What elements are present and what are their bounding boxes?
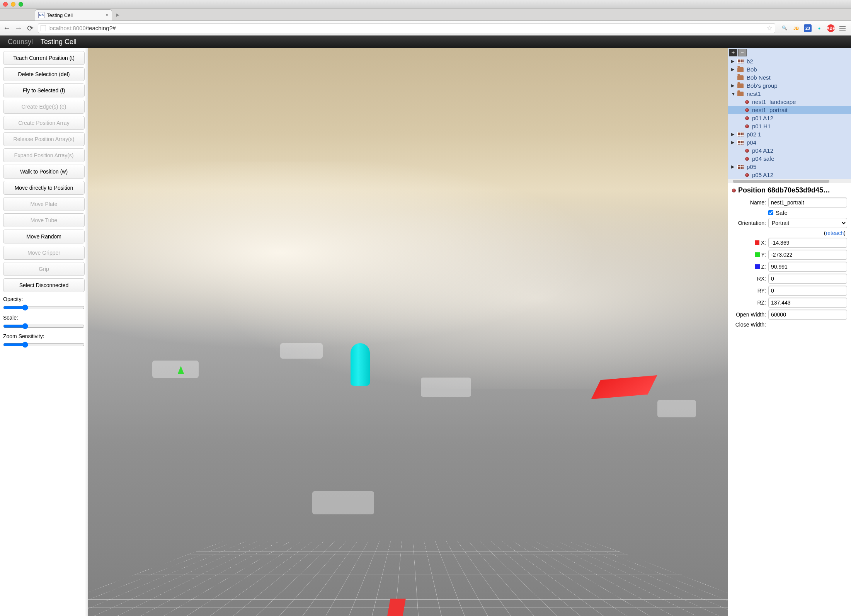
bookmark-icon[interactable]: ☆ xyxy=(766,24,773,32)
y-input[interactable] xyxy=(768,250,847,260)
add-folder-button[interactable]: ＋ xyxy=(729,49,737,56)
tree-item[interactable]: ▶b2 xyxy=(728,57,851,65)
tree-item[interactable]: ▶Bob's group xyxy=(728,82,851,90)
menu-icon[interactable] xyxy=(839,25,846,31)
url-text: localhost:8000/teaching?# xyxy=(48,25,764,31)
grid-icon xyxy=(737,59,744,63)
zoom-window-icon[interactable] xyxy=(19,2,23,7)
ry-input[interactable] xyxy=(768,286,847,296)
orientation-select[interactable]: Portrait xyxy=(768,218,847,228)
calendar-extension-icon[interactable]: 23 xyxy=(804,24,812,32)
zoom-slider[interactable] xyxy=(3,342,85,348)
orientation-label: Orientation: xyxy=(732,220,766,226)
expand-position-array-s--button[interactable]: Expand Position Array(s) xyxy=(3,148,85,162)
move-gripper-button[interactable]: Move Gripper xyxy=(3,246,85,260)
move-random-button[interactable]: Move Random xyxy=(3,230,85,243)
tree-item[interactable]: ▶p02 1 xyxy=(728,130,851,138)
opacity-slider[interactable] xyxy=(3,305,85,311)
forward-button[interactable]: → xyxy=(15,24,22,32)
walk-to-position-w--button[interactable]: Walk to Position (w) xyxy=(3,165,85,179)
tab-strip: Nb Testing Cell × ▸ xyxy=(0,9,851,21)
tree-item[interactable]: ▶p05 xyxy=(728,163,851,171)
favicon-icon: Nb xyxy=(38,12,44,18)
properties-title: Position 68db70e53d9d45… xyxy=(738,186,830,194)
move-plate-button[interactable]: Move Plate xyxy=(3,197,85,211)
tree-item[interactable]: p01 A12 xyxy=(728,114,851,122)
tree-item-label: b2 xyxy=(747,58,753,65)
reteach-link[interactable]: reteach xyxy=(826,230,844,236)
jb-extension-icon[interactable]: JB xyxy=(792,24,800,32)
rz-input[interactable] xyxy=(768,298,847,308)
tree-item[interactable]: p05 A12 xyxy=(728,171,851,179)
tree-item-label: nest1_portrait xyxy=(752,107,788,113)
reload-button[interactable]: ⟳ xyxy=(26,24,34,33)
fly-to-selected-f--button[interactable]: Fly to Selected (f) xyxy=(3,83,85,97)
select-disconnected-button[interactable]: Select Disconnected xyxy=(3,278,85,292)
close-window-icon[interactable] xyxy=(3,2,8,7)
point-icon xyxy=(745,157,749,161)
tree-item[interactable]: nest1_landscape xyxy=(728,98,851,106)
close-tab-icon[interactable]: × xyxy=(106,12,109,18)
back-button[interactable]: ← xyxy=(3,24,11,32)
disclosure-arrow-icon[interactable]: ▶ xyxy=(731,132,736,137)
move-directly-to-position-button[interactable]: Move directly to Position xyxy=(3,181,85,195)
tree-item-label: nest1 xyxy=(747,90,761,97)
delete-selection-del--button[interactable]: Delete Selection (del) xyxy=(3,67,85,81)
z-swatch-icon xyxy=(755,264,760,269)
minimize-window-icon[interactable] xyxy=(11,2,15,7)
x-swatch-icon xyxy=(755,240,759,245)
point-icon xyxy=(745,124,749,128)
create-edge-s-e--button[interactable]: Create Edge(s) (e) xyxy=(3,100,85,114)
release-position-array-s--button[interactable]: Release Position Array(s) xyxy=(3,132,85,146)
properties-panel: Position 68db70e53d9d45… Name: Safe Orie… xyxy=(728,183,851,616)
x-input[interactable] xyxy=(768,238,847,248)
tree-item-label: p02 1 xyxy=(747,131,761,138)
url-bar: ← → ⟳ localhost:8000/teaching?# ☆ 🔍 JB 2… xyxy=(0,21,851,36)
scale-slider[interactable] xyxy=(3,323,85,329)
rx-input[interactable] xyxy=(768,274,847,284)
page-icon xyxy=(41,25,46,31)
folder-icon xyxy=(737,92,744,96)
move-tube-button[interactable]: Move Tube xyxy=(3,213,85,227)
grip-button[interactable]: Grip xyxy=(3,262,85,276)
tree-item[interactable]: ▶p04 xyxy=(728,138,851,146)
disclosure-arrow-icon[interactable]: ▶ xyxy=(731,140,736,145)
tree-scrollbar[interactable] xyxy=(728,179,851,183)
extension-icons: 🔍 JB 23 ● ABP xyxy=(779,24,848,32)
create-position-array-button[interactable]: Create Position Array xyxy=(3,116,85,130)
disclosure-arrow-icon[interactable]: ▼ xyxy=(731,92,736,96)
scale-label: Scale: xyxy=(3,315,85,321)
disclosure-arrow-icon[interactable]: ▶ xyxy=(731,59,736,64)
teal-extension-icon[interactable]: ● xyxy=(815,24,823,32)
tree-item[interactable]: p04 A12 xyxy=(728,146,851,155)
tree-item[interactable]: p01 H1 xyxy=(728,122,851,130)
tree-item[interactable]: ▶Bob xyxy=(728,65,851,73)
browser-tab[interactable]: Nb Testing Cell × xyxy=(35,9,112,20)
abp-extension-icon[interactable]: ABP xyxy=(827,24,835,32)
tree-item[interactable]: nest1_portrait xyxy=(728,106,851,114)
remove-folder-button[interactable]: － xyxy=(738,49,747,56)
disclosure-arrow-icon[interactable]: ▶ xyxy=(731,83,736,88)
tree-item[interactable]: ▼nest1 xyxy=(728,90,851,98)
teach-current-position-t--button[interactable]: Teach Current Position (t) xyxy=(3,51,85,65)
tree-item-label: p01 H1 xyxy=(752,123,771,129)
page-title: Testing Cell xyxy=(41,38,77,46)
red-marker-2 xyxy=(387,599,406,616)
name-input[interactable] xyxy=(768,197,847,208)
disclosure-arrow-icon[interactable]: ▶ xyxy=(731,67,736,72)
search-extension-icon[interactable]: 🔍 xyxy=(781,24,788,32)
z-input[interactable] xyxy=(768,262,847,272)
tree-item[interactable]: Bob Nest xyxy=(728,73,851,82)
url-input[interactable]: localhost:8000/teaching?# ☆ xyxy=(38,23,775,33)
safe-checkbox[interactable] xyxy=(768,210,773,215)
viewport-3d[interactable] xyxy=(88,48,728,616)
disclosure-arrow-icon[interactable]: ▶ xyxy=(731,164,736,169)
folder-icon xyxy=(737,67,744,72)
open-width-input[interactable] xyxy=(768,310,847,320)
tree-item-label: Bob xyxy=(747,66,757,73)
tree-item[interactable]: p04 safe xyxy=(728,155,851,163)
opacity-label: Opacity: xyxy=(3,296,85,302)
cyan-cylinder xyxy=(351,343,370,386)
folder-icon xyxy=(737,83,744,88)
new-tab-button[interactable]: ▸ xyxy=(114,10,122,19)
